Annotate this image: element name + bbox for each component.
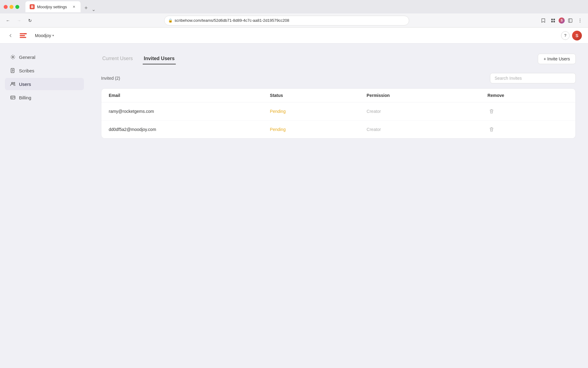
sidebar-label-scribes: Scribes <box>19 68 34 73</box>
col-remove: Remove <box>488 93 568 98</box>
browser-chrome: Moodjoy settings ✕ + ⌄ ← → ↻ 🔒 scribehow… <box>0 0 588 28</box>
row2-permission: Creator <box>367 127 488 132</box>
browser-titlebar: Moodjoy settings ✕ + ⌄ <box>0 0 588 13</box>
menu-button[interactable] <box>576 16 584 25</box>
col-status: Status <box>270 93 367 98</box>
tab-current-users[interactable]: Current Users <box>101 53 134 64</box>
sidebar-label-billing: Billing <box>19 95 31 100</box>
row1-delete-button[interactable] <box>488 107 496 115</box>
window-controls <box>4 5 19 9</box>
app-logo <box>18 31 28 40</box>
header-right: ? S <box>561 31 582 40</box>
app-layout: Moodjoy ▾ ? S General <box>0 28 588 368</box>
main-content: Current Users Invited Users + Invite Use… <box>89 44 588 368</box>
svg-rect-2 <box>31 7 33 8</box>
lock-icon: 🔒 <box>168 18 173 23</box>
svg-point-19 <box>14 82 15 84</box>
tab-invited-users[interactable]: Invited Users <box>143 53 176 64</box>
col-permission: Permission <box>367 93 488 98</box>
col-email: Email <box>109 93 270 98</box>
content-area: General Scribes <box>0 44 588 368</box>
table-header: Email Status Permission Remove <box>101 89 575 102</box>
invited-count-label: Invited (2) <box>101 76 120 81</box>
users-icon <box>10 81 16 87</box>
browser-nav: ← → ↻ 🔒 scribehow.com/teams/52d6db71-8d8… <box>0 13 588 28</box>
tab-title: Moodjoy settings <box>37 5 67 9</box>
minimize-button[interactable] <box>9 5 13 9</box>
sidebar-item-users[interactable]: Users <box>5 78 84 90</box>
new-tab-button[interactable]: + <box>82 4 90 12</box>
tab-right-controls: ⌄ <box>92 6 96 12</box>
table-row: dd0df5a2@moodjoy.com Pending Creator <box>101 121 575 138</box>
row1-email: ramy@rocketgems.com <box>109 109 270 114</box>
invites-table: Email Status Permission Remove ramy@rock… <box>101 88 576 139</box>
sidebar-item-general[interactable]: General <box>5 51 84 63</box>
sidebar-label-general: General <box>19 55 35 60</box>
search-input-wrap <box>490 73 576 83</box>
browser-tab-active[interactable]: Moodjoy settings ✕ <box>25 1 81 12</box>
profile-icon[interactable]: S <box>559 17 565 24</box>
document-icon <box>10 67 16 74</box>
tab-list-button[interactable]: ⌄ <box>92 6 96 12</box>
address-bar[interactable]: 🔒 scribehow.com/teams/52d6db71-8d89-4c7c… <box>164 16 409 25</box>
svg-point-10 <box>580 20 580 21</box>
svg-rect-4 <box>553 19 555 20</box>
sidebar-item-billing[interactable]: Billing <box>5 91 84 104</box>
row1-status: Pending <box>270 109 367 114</box>
svg-rect-0 <box>31 6 33 7</box>
content-controls: Invited (2) <box>101 73 576 83</box>
workspace-selector[interactable]: Moodjoy ▾ <box>32 32 57 39</box>
svg-point-9 <box>580 18 580 19</box>
svg-point-18 <box>12 82 13 84</box>
sidebar-toggle-button[interactable] <box>566 16 575 25</box>
row2-status: Pending <box>270 127 367 132</box>
workspace-chevron-icon: ▾ <box>52 34 54 37</box>
close-button[interactable] <box>4 5 8 9</box>
nav-actions: S <box>539 16 584 25</box>
app-header: Moodjoy ▾ ? S <box>0 28 588 44</box>
back-nav-button[interactable]: ← <box>4 16 12 25</box>
avatar[interactable]: S <box>572 31 582 40</box>
sidebar-item-scribes[interactable]: Scribes <box>5 64 84 77</box>
sidebar-label-users: Users <box>19 82 31 87</box>
maximize-button[interactable] <box>15 5 19 9</box>
billing-icon <box>10 94 16 101</box>
invite-users-button[interactable]: + Invite Users <box>538 54 576 64</box>
row1-permission: Creator <box>367 109 488 114</box>
forward-nav-button[interactable]: → <box>15 16 23 25</box>
svg-point-11 <box>580 21 580 22</box>
search-invites-input[interactable] <box>490 73 576 83</box>
svg-rect-1 <box>31 6 33 6</box>
tab-bar: Moodjoy settings ✕ + ⌄ <box>22 1 99 12</box>
svg-rect-5 <box>551 21 553 22</box>
svg-rect-6 <box>553 21 555 22</box>
sidebar: General Scribes <box>0 44 89 368</box>
reload-button[interactable]: ↻ <box>26 16 34 25</box>
row2-delete-button[interactable] <box>488 125 496 133</box>
row2-email: dd0df5a2@moodjoy.com <box>109 127 270 132</box>
svg-rect-20 <box>11 96 15 99</box>
tabs-header: Current Users Invited Users + Invite Use… <box>101 53 576 64</box>
address-text: scribehow.com/teams/52d6db71-8d89-4c7c-a… <box>175 18 405 23</box>
row2-remove <box>488 125 568 133</box>
app-back-button[interactable] <box>6 31 15 40</box>
help-button[interactable]: ? <box>561 31 570 40</box>
tab-close-button[interactable]: ✕ <box>71 4 76 9</box>
tab-favicon <box>30 4 35 9</box>
svg-rect-12 <box>24 33 26 34</box>
extensions-button[interactable] <box>549 16 557 25</box>
workspace-name: Moodjoy <box>35 33 51 38</box>
bookmark-button[interactable] <box>539 16 548 25</box>
svg-rect-7 <box>568 19 572 22</box>
svg-point-13 <box>12 56 14 58</box>
table-row: ramy@rocketgems.com Pending Creator <box>101 102 575 121</box>
svg-rect-3 <box>551 19 553 20</box>
gear-icon <box>10 54 16 60</box>
row1-remove <box>488 107 568 115</box>
